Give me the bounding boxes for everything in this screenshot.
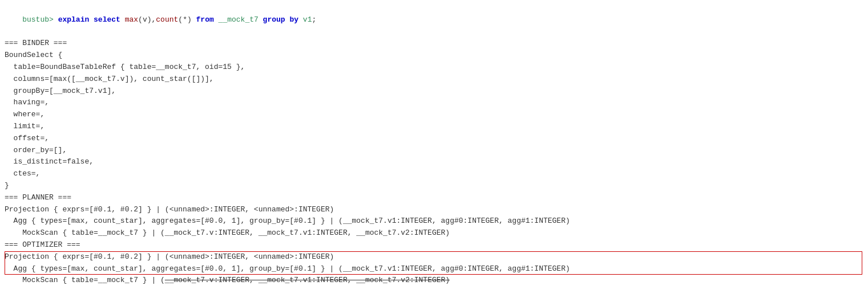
- optimizer-mockscan: MockScan { table=__mock_t7 } | (__mock_t…: [5, 275, 863, 287]
- limit-line: limit=,: [5, 121, 863, 133]
- cmd-by: by: [289, 15, 298, 24]
- cmd-v1: v1: [303, 15, 312, 24]
- ctes-line: ctes=,: [5, 168, 863, 180]
- optimizer-proj: Projection { exprs=[#0.1, #0.2] } | (<un…: [5, 251, 863, 263]
- cmd-group: group: [263, 15, 285, 24]
- columns-line: columns=[max([__mock_t7.v]), count_star(…: [5, 74, 863, 85]
- offset-line: offset=,: [5, 133, 863, 145]
- where-line: where=,: [5, 109, 863, 121]
- groupby-line: groupBy=[__mock_t7.v1],: [5, 85, 863, 97]
- orderby-line: order_by=[],: [5, 145, 863, 157]
- cmd-from: from: [196, 15, 214, 24]
- cmd-explain: explain: [58, 15, 90, 24]
- prompt: bustub>: [22, 15, 54, 24]
- optimizer-header: === OPTIMIZER ===: [5, 239, 863, 251]
- optimizer-red-box-container: Projection { exprs=[#0.1, #0.2] } | (<un…: [5, 251, 863, 275]
- command-line: bustub> explain select max(v),count(*) f…: [5, 2, 863, 38]
- planner-agg: Agg { types=[max, count_star], aggregate…: [5, 215, 863, 227]
- command-space: [54, 15, 58, 24]
- binder-header: === BINDER ===: [5, 38, 863, 50]
- having-line: having=,: [5, 97, 863, 109]
- cmd-max: max: [125, 15, 138, 24]
- cmd-table: __mock_t7: [219, 15, 259, 24]
- planner-mockscan: MockScan { table=__mock_t7 } | (__mock_t…: [5, 227, 863, 239]
- terminal-output: bustub> explain select max(v),count(*) f…: [5, 2, 863, 287]
- planner-proj: Projection { exprs=[#0.1, #0.2] } | (<un…: [5, 204, 863, 216]
- cmd-select: select: [94, 15, 120, 24]
- planner-header: === PLANNER ===: [5, 192, 863, 204]
- close-brace: }: [5, 180, 863, 192]
- optimizer-agg: Agg { types=[max, count_star], aggregate…: [5, 263, 863, 275]
- distinct-line: is_distinct=false,: [5, 156, 863, 168]
- cmd-count: count: [156, 15, 178, 24]
- bound-select-open: BoundSelect {: [5, 50, 863, 62]
- table-line: table=BoundBaseTableRef { table=__mock_t…: [5, 62, 863, 74]
